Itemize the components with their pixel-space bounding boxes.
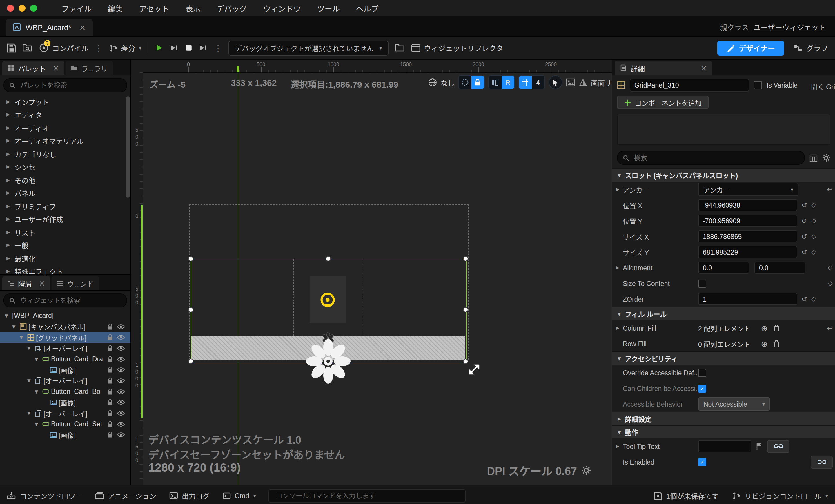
- tab-wbp-aicard[interactable]: WBP_Aicard* ×: [6, 19, 93, 36]
- diff-button[interactable]: 差分 ▾: [109, 42, 142, 53]
- hierarchy-item-7[interactable]: ▼[オーバーレイ]: [0, 375, 130, 386]
- expander-icon[interactable]: ▶: [6, 243, 10, 248]
- selection-handle[interactable]: [326, 256, 331, 261]
- palette-category-14[interactable]: ▶特殊エフェクト: [0, 265, 130, 274]
- lock-icon[interactable]: [107, 399, 113, 406]
- expander-icon[interactable]: ▶: [612, 187, 623, 192]
- tab-bind-window[interactable]: ウ...ンド: [52, 276, 99, 290]
- expander-icon[interactable]: ▼: [35, 389, 42, 394]
- palette-category-2[interactable]: ▶エディタ: [0, 108, 130, 121]
- expander-icon[interactable]: ▶: [612, 444, 623, 449]
- output-log-button[interactable]: 出力ログ: [169, 491, 210, 501]
- eye-icon[interactable]: [117, 400, 125, 405]
- open-grid-link[interactable]: 開く Gri: [811, 82, 835, 91]
- expander-icon[interactable]: ▼: [35, 421, 42, 427]
- expander-icon[interactable]: ▶: [6, 190, 10, 196]
- hierarchy-item-12[interactable]: [画像]: [0, 429, 130, 440]
- hierarchy-item-8[interactable]: ▼Button_Card_Bo: [0, 386, 130, 397]
- selection-handle[interactable]: [463, 359, 468, 364]
- size-to-content-checkbox[interactable]: [698, 279, 706, 287]
- reset-icon[interactable]: ↺: [801, 232, 807, 240]
- eye-icon[interactable]: [117, 389, 125, 394]
- expander-icon[interactable]: ▶: [6, 99, 10, 104]
- skip-button[interactable]: [199, 43, 208, 52]
- tab-palette[interactable]: パレット ×: [2, 61, 64, 75]
- menu-item-4[interactable]: 表示: [186, 3, 201, 14]
- eye-icon[interactable]: [117, 378, 125, 383]
- expander-icon[interactable]: ▶: [6, 217, 10, 222]
- lock-icon[interactable]: [107, 421, 113, 427]
- preview-image-icon[interactable]: [566, 78, 575, 86]
- bind-chain-button[interactable]: [811, 456, 833, 468]
- menu-item-1[interactable]: ファイル: [61, 3, 91, 14]
- palette-category-8[interactable]: ▶パネル: [0, 186, 130, 200]
- expander-icon[interactable]: ▶: [6, 269, 10, 274]
- close-icon[interactable]: ×: [700, 63, 707, 72]
- expander-icon[interactable]: ▼: [20, 335, 27, 340]
- lock-icon[interactable]: [107, 334, 113, 340]
- minimize-window-button[interactable]: [19, 5, 25, 12]
- frame-advance-button[interactable]: [170, 43, 179, 52]
- palette-category-9[interactable]: ▶プリミティブ: [0, 200, 130, 213]
- expander-icon[interactable]: ▶: [6, 112, 10, 118]
- pos-y-input[interactable]: [698, 215, 797, 227]
- revert-icon[interactable]: ↩: [827, 324, 833, 332]
- grid-snap-icon[interactable]: [519, 76, 532, 89]
- graph-mode-button[interactable]: グラフ: [794, 42, 828, 53]
- expander-icon[interactable]: ▼: [27, 346, 35, 351]
- palette-category-3[interactable]: ▶オーディオ: [0, 121, 130, 134]
- cmd-dropdown[interactable]: Cmd ▾: [222, 491, 256, 500]
- reset-icon[interactable]: ↺: [801, 201, 807, 209]
- tab-details[interactable]: 詳細 ×: [615, 61, 712, 75]
- bind-diamond-icon[interactable]: ◇: [811, 295, 816, 303]
- hierarchy-item-2[interactable]: ▼[キャンバスパネル]: [0, 321, 130, 332]
- lock-icon[interactable]: [107, 388, 113, 395]
- bind-diamond-icon[interactable]: ◇: [811, 217, 816, 224]
- menu-item-6[interactable]: ウィンドウ: [263, 3, 301, 14]
- reset-icon[interactable]: ↺: [801, 295, 807, 303]
- size-y-input[interactable]: [698, 246, 797, 258]
- compile-button[interactable]: ? コンパイル: [39, 42, 88, 53]
- debug-object-dropdown[interactable]: デバッグオブジェクトが選択されていません ▾: [228, 40, 388, 55]
- menu-item-8[interactable]: ヘルプ: [356, 3, 379, 14]
- expander-icon[interactable]: ▶: [6, 164, 10, 170]
- expander-icon[interactable]: ▶: [6, 152, 10, 157]
- bind-diamond-icon[interactable]: ◇: [811, 248, 816, 256]
- lock-icon[interactable]: [107, 410, 113, 417]
- palette-category-11[interactable]: ▶リスト: [0, 226, 130, 239]
- expander-icon[interactable]: ▶: [6, 125, 10, 130]
- palette-category-13[interactable]: ▶最適化: [0, 252, 130, 265]
- add-element-icon[interactable]: ⊕: [761, 339, 768, 348]
- add-element-icon[interactable]: ⊕: [761, 323, 768, 332]
- hierarchy-search-input[interactable]: [19, 296, 121, 304]
- flag-icon[interactable]: [756, 443, 762, 450]
- eye-icon[interactable]: [117, 411, 125, 416]
- lock-icon[interactable]: [107, 323, 113, 330]
- tooltip-input[interactable]: [698, 440, 752, 452]
- settings-gear-icon[interactable]: [822, 154, 830, 162]
- palette-category-6[interactable]: ▶シンセ: [0, 160, 130, 174]
- section-accessibility[interactable]: ▼ アクセシビリティ: [612, 351, 835, 365]
- selection-handle[interactable]: [188, 307, 194, 312]
- palette-scrollbar[interactable]: [126, 96, 130, 198]
- palette-category-1[interactable]: ▶インプット: [0, 95, 130, 108]
- lock-icon[interactable]: [107, 432, 113, 438]
- content-drawer-button[interactable]: コンテンツドロワー: [7, 491, 82, 501]
- menu-item-5[interactable]: デバッグ: [217, 3, 247, 14]
- alignment-x-input[interactable]: [698, 262, 749, 274]
- expander-icon[interactable]: ▶: [612, 325, 623, 330]
- close-window-button[interactable]: [7, 5, 14, 12]
- widget-reflector-button[interactable]: ウィジェットリフレクタ: [411, 42, 503, 53]
- eye-icon[interactable]: [117, 335, 125, 340]
- selection-handle[interactable]: [463, 307, 468, 312]
- gear-icon[interactable]: [582, 465, 591, 475]
- browse-asset-button[interactable]: [23, 43, 33, 52]
- expander-icon[interactable]: ▶: [6, 178, 10, 183]
- revision-control-button[interactable]: リビジョンコントロール ▾: [733, 491, 828, 501]
- close-icon[interactable]: ×: [39, 279, 45, 287]
- eye-icon[interactable]: [117, 324, 125, 329]
- expander-icon[interactable]: ▼: [12, 324, 20, 329]
- hierarchy-item-3[interactable]: ▼[グリッドパネル]: [0, 332, 130, 343]
- is-variable-checkbox[interactable]: [754, 81, 762, 89]
- hierarchy-item-6[interactable]: [画像]: [0, 364, 130, 375]
